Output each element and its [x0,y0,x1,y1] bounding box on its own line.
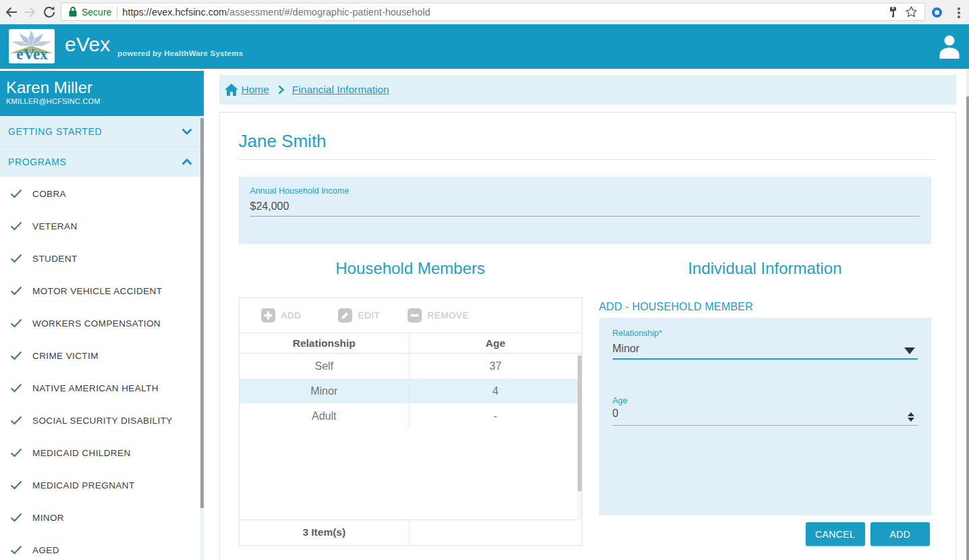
pencil-icon [338,308,352,323]
relationship-underline [613,358,918,360]
table-empty-area [240,428,582,520]
add-household-member-subtitle: ADD - HOUSEHOLD MEMBER [599,301,931,314]
main-content: Home Financial Information Jane Smith An… [204,71,965,560]
check-icon [10,480,22,490]
check-icon [10,221,22,231]
page-scrollbar[interactable] [966,69,969,560]
table-scrollbar[interactable] [578,354,582,520]
program-list: COBRAVETERANSTUDENTMOTOR VEHICLE ACCIDEN… [0,177,204,560]
age-input[interactable]: 0 [613,408,918,419]
check-icon [10,189,22,198]
password-key-icon[interactable] [889,7,897,18]
patient-name-title: Jane Smith [239,131,937,152]
program-item[interactable]: VETERAN [0,210,204,242]
household-table: ADD EDIT REMOVE Relationship Ag [239,298,582,546]
remove-button[interactable]: REMOVE [408,308,470,323]
evex-logo: eVex [9,29,55,63]
title-divider [239,159,937,160]
breadcrumb: Home Financial Information [219,75,957,105]
check-icon [10,513,22,522]
check-icon [10,318,22,328]
forward-button[interactable] [21,0,38,24]
cancel-button[interactable]: CANCEL [806,522,865,546]
program-item[interactable]: MOTOR VEHICLE ACCIDENT [0,275,204,307]
plus-icon [261,308,275,323]
table-row[interactable]: Self 37 [240,354,582,379]
program-item[interactable]: NATIVE AMERICAN HEALTH [0,372,204,404]
page-scrollbar-thumb[interactable] [966,96,969,560]
program-item[interactable]: WORKERS COMPENSATION [0,307,204,339]
add-button[interactable]: ADD [261,308,302,323]
table-row-selected[interactable]: Minor 4 [240,379,582,403]
check-icon [10,351,22,360]
relationship-label: Relationship* [613,329,918,338]
address-bar[interactable]: Secure https://evex.hcfsinc.com/assessme… [61,3,925,21]
secure-lock-icon [69,7,77,17]
bookmark-star-icon[interactable] [906,6,917,18]
edit-button[interactable]: EDIT [338,308,381,323]
age-label: Age [613,397,918,405]
browser-toolbar: Secure https://evex.hcfsinc.com/assessme… [0,0,969,24]
household-members-title: Household Members [239,259,582,278]
user-email: KMILLER@HCFSINC.COM [6,97,204,105]
income-label: Annual Household Income [250,187,920,196]
program-item[interactable]: MINOR [0,501,204,534]
app-header: eVex eVex powered by HealthWare Systems [0,24,969,69]
income-input[interactable]: $24,000 [250,200,920,212]
back-button[interactable] [3,0,20,24]
column-age[interactable]: Age [409,333,582,353]
check-icon [10,416,22,425]
program-item[interactable]: MEDICAID CHILDREN [0,437,204,469]
check-icon [10,286,22,296]
sidebar-section-programs[interactable]: PROGRAMS [0,146,204,177]
home-icon [225,84,238,96]
url-host: https://evex.hcfsinc.com [122,7,227,18]
breadcrumb-current-link[interactable]: Financial Information [292,84,389,96]
number-spinner[interactable] [908,412,914,422]
check-icon [10,254,22,263]
content-card: Jane Smith Annual Household Income $24,0… [219,112,957,560]
brand-title: eVex [65,34,111,55]
sidebar-section-getting-started[interactable]: GETTING STARTED [0,116,204,146]
spinner-down-icon [908,418,914,422]
breadcrumb-home-link[interactable]: Home [242,84,269,96]
url-separator [117,6,117,18]
user-name: Karen Miller [6,78,204,97]
extension-icon[interactable] [932,7,942,18]
program-item[interactable]: STUDENT [0,242,204,275]
table-scrollbar-thumb[interactable] [578,356,582,491]
add-member-button[interactable]: ADD [870,522,930,546]
program-item[interactable]: COBRA [0,177,204,210]
program-item[interactable]: AGED [0,534,204,560]
brand-tagline: powered by HealthWare Systems [117,49,243,57]
income-underline [250,216,920,217]
table-header: Relationship Age [240,333,582,354]
program-item[interactable]: CRIME VICTIM [0,339,204,372]
age-underline [613,425,918,426]
sidebar: Karen Miller KMILLER@HCFSINC.COM GETTING… [0,71,204,560]
chevron-down-icon [182,128,192,135]
add-member-form: Relationship* Minor Age 0 [599,318,931,515]
check-icon [10,383,22,393]
url-path: /assessment/#/demographic-patient-househ… [227,7,430,18]
minus-icon [408,308,422,323]
reload-button[interactable] [40,0,58,24]
browser-menu-icon[interactable] [958,7,960,20]
check-icon [10,545,22,555]
select-caret-icon[interactable] [904,347,915,354]
chevron-up-icon [182,159,192,165]
table-toolbar: ADD EDIT REMOVE [240,298,582,333]
check-icon [10,448,22,457]
secure-label: Secure [82,7,111,18]
table-row[interactable]: Adult - [240,403,582,428]
income-panel: Annual Household Income $24,000 [239,177,931,244]
svg-text:eVex: eVex [16,46,48,63]
individual-information-title: Individual Information [599,259,931,278]
user-account-icon[interactable] [939,33,960,61]
relationship-select[interactable]: Minor [613,343,918,354]
column-relationship[interactable]: Relationship [240,333,410,353]
spinner-up-icon [908,412,914,416]
program-item[interactable]: MEDICAID PREGNANT [0,469,204,501]
item-count: 3 Item(s) [240,520,410,545]
program-item[interactable]: SOCIAL SECURITY DISABILITY [0,404,204,437]
